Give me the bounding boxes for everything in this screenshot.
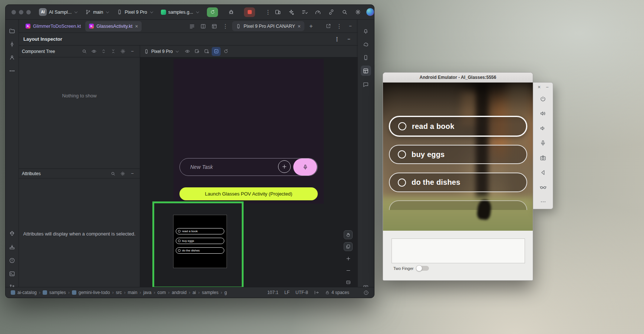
glasses-mode-button[interactable] bbox=[539, 183, 548, 191]
power-button[interactable] bbox=[539, 94, 548, 103]
indent-widget[interactable]: 4 spaces bbox=[325, 290, 349, 295]
device-manager-button[interactable] bbox=[361, 52, 371, 63]
emulator-titlebar[interactable]: Android Emulator - AI_Glasses:5556 bbox=[383, 73, 533, 83]
gem-tool-button[interactable] bbox=[7, 228, 17, 238]
breadcrumb-item[interactable]: android bbox=[172, 290, 186, 295]
tab-glimmertodoscreen[interactable]: K GlimmerToDoScreen.kt bbox=[22, 21, 85, 31]
inspection-status-button[interactable] bbox=[363, 290, 369, 295]
collapse-all-button[interactable] bbox=[109, 47, 118, 56]
refresh-button[interactable] bbox=[221, 47, 230, 56]
gradle-tool-button[interactable] bbox=[361, 39, 371, 49]
profiler-bug-button[interactable] bbox=[226, 7, 236, 17]
camera-button[interactable] bbox=[539, 153, 548, 162]
assistant-button[interactable] bbox=[361, 79, 371, 90]
add-device-tab-button[interactable] bbox=[307, 22, 316, 31]
tree-search-button[interactable] bbox=[80, 47, 89, 56]
zoom-out-button[interactable] bbox=[344, 266, 353, 275]
zoom-window-button[interactable] bbox=[26, 10, 31, 14]
add-task-button[interactable] bbox=[278, 160, 291, 173]
running-devices-tab[interactable]: Pixel 9 Pro API CANARY bbox=[232, 21, 304, 31]
minimize-window-button[interactable] bbox=[19, 10, 23, 14]
layout-frame-button[interactable] bbox=[210, 22, 219, 31]
back-button[interactable] bbox=[539, 168, 548, 177]
pan-mode-button[interactable] bbox=[344, 230, 353, 239]
volume-down-button[interactable] bbox=[539, 124, 548, 133]
snapshot-export-button[interactable] bbox=[202, 47, 211, 56]
settings-button[interactable] bbox=[353, 7, 363, 17]
breadcrumb-item[interactable]: com bbox=[157, 290, 166, 295]
layout-columns-button[interactable] bbox=[199, 22, 208, 31]
new-task-field[interactable]: New Task bbox=[179, 158, 318, 176]
breadcrumb-item[interactable]: g bbox=[224, 290, 227, 295]
link-button[interactable] bbox=[326, 7, 336, 17]
open-in-window-button[interactable] bbox=[324, 22, 333, 31]
hide-tool-window-button[interactable] bbox=[346, 22, 355, 31]
radio-circle-icon[interactable] bbox=[398, 150, 406, 158]
launch-glasses-button[interactable]: Launch Glasses POV Activity (Projected) bbox=[179, 187, 318, 200]
breadcrumb-item[interactable]: samples bbox=[202, 290, 219, 295]
app-screenshot[interactable]: New Task Launch Glasses POV Activity (Pr… bbox=[174, 59, 324, 204]
device-select-widget[interactable]: Pixel 9 Pro bbox=[117, 9, 152, 15]
layout-inspector-button[interactable] bbox=[361, 66, 371, 76]
todo-list-button[interactable] bbox=[300, 7, 309, 17]
vcs-branch-widget[interactable]: main bbox=[85, 9, 109, 15]
tree-visibility-button[interactable] bbox=[89, 47, 98, 56]
more-options-button[interactable] bbox=[539, 197, 548, 206]
run-config-widget[interactable]: samples.g... bbox=[161, 10, 199, 15]
component-tree-panel[interactable]: Nothing to show bbox=[19, 57, 140, 169]
hide-attributes-button[interactable] bbox=[128, 169, 137, 178]
editor-options-kebab[interactable] bbox=[221, 22, 230, 31]
line-separator[interactable]: LF bbox=[284, 290, 290, 295]
build-tool-button[interactable] bbox=[7, 242, 17, 252]
expand-all-button[interactable] bbox=[99, 47, 108, 56]
radio-circle-icon[interactable] bbox=[398, 178, 406, 187]
project-tool-button[interactable] bbox=[7, 26, 17, 36]
breadcrumb-item[interactable]: samples bbox=[49, 290, 66, 295]
breadcrumb-item[interactable]: java bbox=[143, 290, 151, 295]
breadcrumb-item[interactable]: main bbox=[128, 290, 137, 295]
terminal-tool-button[interactable] bbox=[7, 268, 17, 279]
problems-tool-button[interactable] bbox=[7, 255, 17, 265]
stop-button[interactable] bbox=[244, 7, 255, 17]
notifications-button[interactable] bbox=[361, 26, 371, 36]
tree-settings-button[interactable] bbox=[118, 47, 127, 56]
zoom-fit-button[interactable] bbox=[344, 278, 353, 287]
emulator-screen[interactable]: read a book buy eggs do the dishes bbox=[383, 83, 533, 231]
attributes-settings-button[interactable] bbox=[118, 169, 127, 178]
breadcrumb-item[interactable]: gemini-live-todo bbox=[79, 290, 110, 295]
ai-assist-button[interactable] bbox=[286, 7, 296, 17]
radio-circle-icon[interactable] bbox=[398, 122, 406, 130]
structure-tool-button[interactable] bbox=[7, 52, 17, 63]
attributes-search-button[interactable] bbox=[109, 169, 118, 178]
more-tools-button[interactable] bbox=[7, 66, 17, 76]
cursor-position[interactable]: 107:1 bbox=[267, 290, 278, 295]
touch-input-area[interactable] bbox=[392, 238, 525, 263]
close-tab-icon[interactable] bbox=[298, 24, 301, 29]
todo-pill-selected[interactable]: read a book bbox=[389, 116, 527, 137]
tool-window-kebab[interactable] bbox=[335, 22, 344, 31]
minimize-inspector-button[interactable] bbox=[344, 35, 353, 44]
snapshot-add-button[interactable] bbox=[192, 47, 201, 56]
voice-input-button[interactable] bbox=[293, 158, 317, 176]
tab-glassesactivity[interactable]: K GlassesActivity.kt bbox=[85, 21, 142, 31]
breadcrumb-item[interactable]: ai bbox=[192, 290, 196, 295]
close-window-button[interactable] bbox=[11, 10, 16, 14]
project-widget[interactable]: AI AI Sampl... bbox=[39, 8, 77, 16]
search-button[interactable] bbox=[340, 7, 349, 17]
indent-style-icon[interactable] bbox=[314, 290, 319, 295]
mic-button[interactable] bbox=[539, 138, 548, 147]
process-selector[interactable]: Pixel 9 Pro bbox=[144, 49, 178, 54]
inspector-options-kebab[interactable] bbox=[333, 35, 341, 44]
todo-pill[interactable]: buy eggs bbox=[389, 145, 527, 164]
device-mirroring-button[interactable] bbox=[273, 7, 283, 17]
zoom-in-button[interactable] bbox=[344, 254, 353, 263]
volume-up-button[interactable] bbox=[539, 109, 548, 118]
todo-pill[interactable]: do the dishes bbox=[389, 173, 527, 192]
breadcrumb-item[interactable]: src bbox=[116, 290, 122, 295]
commit-tool-button[interactable] bbox=[7, 39, 17, 49]
two-finger-toggle[interactable] bbox=[416, 266, 429, 271]
attributes-panel[interactable]: Attributes will display when a component… bbox=[19, 178, 140, 287]
layout-list-button[interactable] bbox=[188, 22, 196, 31]
close-toolbar-button[interactable] bbox=[536, 84, 542, 90]
preview-visibility-button[interactable] bbox=[183, 47, 192, 56]
